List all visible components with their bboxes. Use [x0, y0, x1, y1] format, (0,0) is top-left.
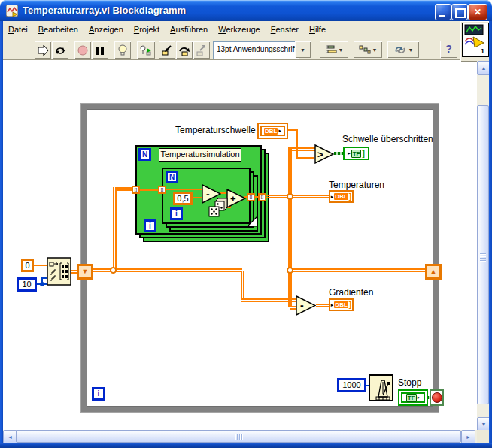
- for-loop-count-terminal[interactable]: N: [138, 148, 151, 161]
- inner-loop-iteration-terminal[interactable]: i: [170, 207, 183, 220]
- exceeded-label: Schwelle überschritten: [342, 134, 433, 144]
- menu-werkzeuge[interactable]: Werkzeuge: [213, 23, 265, 35]
- run-icon: [36, 44, 50, 56]
- menu-fenster[interactable]: Fenster: [266, 23, 304, 35]
- shift-register-right[interactable]: ▲: [425, 264, 442, 280]
- toolbar-separator: [3, 59, 477, 60]
- input-arrow-icon: ▸: [331, 194, 334, 200]
- svg-text:+: +: [230, 193, 236, 204]
- constant-wait-ms[interactable]: 1000: [337, 378, 366, 392]
- step-out-button[interactable]: [193, 41, 210, 59]
- loop-condition-terminal[interactable]: [430, 389, 444, 406]
- tunnel-outer-left[interactable]: []: [132, 186, 140, 194]
- close-button[interactable]: ✕: [468, 4, 487, 20]
- wire-threshold-2: [296, 129, 298, 159]
- wire-down-branch: [288, 197, 292, 271]
- thumb-grip: [241, 434, 242, 440]
- constant-dimension[interactable]: 10: [17, 277, 37, 292]
- thumb-grip: [480, 253, 486, 254]
- step-into-icon: [160, 44, 174, 56]
- array-bracket: ]: [349, 301, 351, 309]
- output-arrow-icon: ▸: [278, 128, 281, 134]
- lightbulb-icon: [117, 44, 129, 56]
- dropdown-arrow-icon: ▼: [372, 47, 378, 53]
- wire-values-icon: [138, 44, 153, 56]
- page-curl-icon: [247, 216, 258, 227]
- step-into-button[interactable]: [159, 41, 175, 59]
- wire-boolean-array: [334, 152, 343, 155]
- while-loop-iteration-terminal[interactable]: i: [92, 387, 105, 401]
- input-arrow-icon: ▸: [331, 302, 334, 308]
- wire-junction-dot: [110, 267, 117, 274]
- abort-button[interactable]: [74, 41, 91, 59]
- menu-datei[interactable]: Datei: [3, 23, 33, 35]
- wire-to-gradienten: [316, 304, 330, 307]
- stop-control-terminal[interactable]: TF ▸: [398, 389, 428, 406]
- reorder-icon: [393, 44, 407, 55]
- window-border-bottom: [0, 443, 492, 448]
- tunnel-inner-left[interactable]: []: [158, 186, 166, 194]
- menu-bearbeiten[interactable]: Bearbeiten: [33, 23, 84, 35]
- menu-projekt[interactable]: Projekt: [129, 23, 165, 35]
- font-selector-dropdown-button[interactable]: ▼: [295, 41, 311, 58]
- wait-metronome-node[interactable]: [369, 374, 393, 401]
- step-over-button[interactable]: [176, 41, 193, 59]
- initialize-array-node[interactable]: [47, 257, 71, 286]
- reorder-button[interactable]: ▼: [387, 41, 419, 58]
- gradients-indicator-terminal[interactable]: ▸ DBL ]: [329, 298, 354, 311]
- help-button[interactable]: ?: [440, 41, 457, 58]
- for-loop-iteration-terminal[interactable]: i: [144, 219, 156, 232]
- random-number-dice-icon[interactable]: [208, 198, 228, 219]
- tunnel-outer-right[interactable]: []: [258, 193, 266, 201]
- font-selector[interactable]: 13pt Anwendungsschriftart: [213, 41, 299, 59]
- wire-junction-dot-blue: [40, 282, 44, 286]
- run-button[interactable]: [35, 41, 51, 59]
- wire-down-to-subtract: [288, 271, 292, 307]
- subtract-node-gradient[interactable]: -: [296, 295, 316, 316]
- threshold-control-terminal[interactable]: DBL ▸: [257, 123, 288, 139]
- constant-element[interactable]: 0: [21, 259, 34, 272]
- pause-button[interactable]: [92, 41, 108, 59]
- vertical-scrollbar-thumb[interactable]: [477, 105, 489, 404]
- add-node[interactable]: +: [226, 189, 246, 208]
- thumb-grip: [480, 256, 486, 256]
- wire-offset-to-subtract: [192, 197, 202, 198]
- run-continuously-button[interactable]: [52, 41, 68, 59]
- threshold-label: Temperaturschwelle: [175, 125, 256, 135]
- highlight-execution-button[interactable]: [114, 41, 131, 59]
- for-loop-label[interactable]: Temperatursimulation: [159, 148, 241, 162]
- align-objects-button[interactable]: ▼: [320, 41, 348, 58]
- stop-label: Stopp: [398, 377, 421, 388]
- vi-icon: 1: [463, 23, 487, 55]
- maximize-button[interactable]: [451, 4, 468, 20]
- inner-loop-count-terminal[interactable]: N: [166, 171, 178, 183]
- distribute-objects-button[interactable]: ▼: [354, 41, 382, 58]
- exceeded-indicator-terminal[interactable]: ▸ TF ]: [343, 147, 369, 160]
- tunnel-inner-right[interactable]: []: [247, 193, 255, 201]
- menu-ausfuehren[interactable]: Ausführen: [165, 23, 213, 35]
- thumb-grip: [480, 258, 486, 259]
- output-arrow-icon: ▸: [418, 395, 421, 401]
- distribute-objects-icon: [359, 44, 371, 55]
- thumb-grip: [239, 434, 240, 440]
- menu-anzeigen[interactable]: Anzeigen: [84, 23, 129, 35]
- wire-to-right-shiftreg: [290, 268, 426, 272]
- dropdown-arrow-icon: ▼: [408, 47, 414, 53]
- horizontal-scrollbar-thumb[interactable]: [16, 430, 461, 443]
- wire-junction-dot: [287, 193, 293, 200]
- window-title: Temperaturarray.vi Blockdiagramm: [23, 0, 186, 21]
- tf-type-badge: TF: [351, 150, 362, 158]
- temperatures-label: Temperaturen: [329, 180, 384, 190]
- minimize-button[interactable]: [435, 4, 451, 20]
- temperatures-indicator-terminal[interactable]: ▸ DBL ]: [329, 190, 354, 203]
- constant-offset[interactable]: 0,5: [173, 192, 193, 205]
- scrollbar-corner: [477, 430, 489, 443]
- vi-icon-button[interactable]: 1: [460, 21, 492, 62]
- app-icon: [6, 5, 18, 17]
- shift-register-left[interactable]: ▼: [77, 264, 93, 280]
- array-bracket: ]: [362, 150, 364, 158]
- greater-than-node[interactable]: >: [314, 144, 334, 164]
- retain-wire-values-button[interactable]: [137, 41, 155, 59]
- menu-hilfe[interactable]: Hilfe: [304, 23, 331, 35]
- window-border-right: [489, 21, 492, 448]
